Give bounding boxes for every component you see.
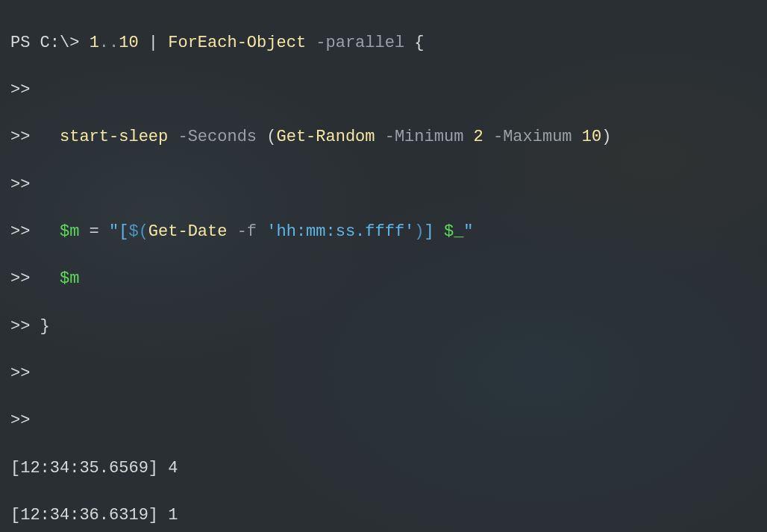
string-open: "[ (109, 222, 128, 241)
sleep-cmdlet: start-sleep (60, 128, 168, 146)
maximum-param: -Maximum (483, 128, 582, 146)
parallel-param: -parallel (306, 34, 414, 52)
variable-m: $m (60, 269, 79, 288)
close-brace: } (40, 317, 50, 336)
seconds-param: -Seconds (168, 128, 266, 146)
range-start: 1 (90, 34, 99, 52)
string-mid: ] (425, 222, 444, 241)
subexpression-close: ) (414, 222, 424, 241)
subexpression-open: $( (128, 222, 148, 241)
continuation-prompt: >> (10, 81, 30, 99)
continuation-prompt: >> (10, 269, 30, 288)
continuation-line: >> (10, 173, 757, 197)
continuation-prompt: >> (10, 411, 30, 430)
command-line-3: >> $m = "[$(Get-Date -f 'hh:mm:ss.ffff')… (10, 220, 757, 244)
command-line-4: >> $m (10, 267, 757, 291)
assignment: = (79, 222, 109, 241)
max-value: 10 (582, 128, 601, 146)
continuation-prompt: >> (10, 222, 30, 241)
output-line: [12:34:35.6569] 4 (10, 457, 757, 481)
command-line-1: PS C:\> 1..10 | ForEach-Object -parallel… (10, 31, 757, 55)
continuation-line: >> (10, 362, 757, 386)
ps-prompt: PS C:\> (10, 34, 90, 52)
continuation-prompt: >> (10, 317, 30, 336)
continuation-prompt: >> (10, 364, 30, 383)
format-string: 'hh:mm:ss.ffff' (266, 222, 414, 241)
output-line: [12:34:36.6319] 1 (10, 504, 757, 528)
string-close: " (463, 222, 473, 241)
terminal-output[interactable]: PS C:\> 1..10 | ForEach-Object -parallel… (10, 7, 757, 532)
variable-m: $m (60, 222, 79, 241)
getrandom-cmdlet: Get-Random (276, 128, 375, 146)
continuation-line: >> (10, 409, 757, 433)
close-paren: ) (601, 128, 611, 146)
min-value: 2 (474, 128, 483, 146)
open-brace: { (414, 34, 424, 52)
continuation-prompt: >> (10, 128, 30, 146)
format-param: -f (227, 222, 266, 241)
range-operator: .. (99, 34, 119, 52)
minimum-param: -Minimum (375, 128, 474, 146)
getdate-cmdlet: Get-Date (148, 222, 228, 241)
pipe-operator: | (139, 34, 169, 52)
command-line-5: >> } (10, 315, 757, 339)
command-line-2: >> start-sleep -Seconds (Get-Random -Min… (10, 125, 757, 149)
open-paren: ( (266, 128, 276, 146)
foreach-cmdlet: ForEach-Object (168, 34, 306, 52)
range-end: 10 (119, 34, 138, 52)
pipeline-item-var: $_ (444, 222, 463, 241)
continuation-line: >> (10, 78, 757, 102)
continuation-prompt: >> (10, 175, 30, 194)
